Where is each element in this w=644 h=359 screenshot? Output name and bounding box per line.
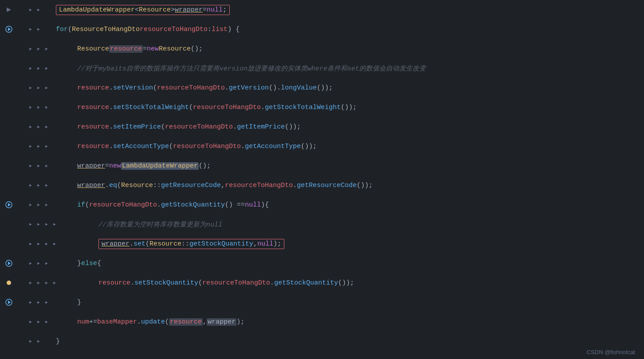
code-token-fn: getStockQuantity (189, 240, 253, 248)
code-line: ▶▶▶▶resource.setStockQuantity(resourceTo… (0, 273, 644, 293)
fold-arrow[interactable]: ▶ (27, 312, 35, 332)
fold-arrow[interactable]: ▶ (43, 137, 51, 156)
fold-arrow[interactable]: ▶ (35, 332, 43, 351)
empty-gutter-icon (4, 82, 14, 93)
code-line: ▶▶▶} (0, 293, 644, 312)
fold-arrow[interactable]: ▶ (43, 98, 51, 117)
fold-arrow[interactable]: ▶ (51, 273, 59, 293)
fold-arrow[interactable]: ▶ (35, 176, 43, 195)
code-token-var: resourceToHangDto (202, 279, 270, 287)
fold-arrow[interactable]: ▶ (35, 254, 43, 273)
fold-arrow[interactable]: ▶ (35, 215, 43, 234)
code-line: ▶▶▶resource.setAccountType(resourceToHan… (0, 137, 644, 156)
line-gutter (0, 156, 27, 176)
fold-arrow[interactable]: ▶ (43, 215, 51, 234)
code-token-var: resourceToHangDto (225, 182, 293, 189)
fold-arrow[interactable]: ▶ (51, 215, 59, 234)
code-token-plain: . (270, 279, 274, 287)
line-gutter (0, 273, 27, 293)
fold-arrow[interactable]: ▶ (35, 59, 43, 78)
fold-arrow[interactable]: ▶ (27, 59, 35, 78)
fold-arrow[interactable]: ▶ (43, 39, 51, 59)
code-token-plain: ()); (341, 104, 357, 111)
fold-arrow[interactable]: ▶ (27, 273, 35, 293)
fold-arrow[interactable]: ▶ (43, 254, 51, 273)
highlighted-header-box: LambdaUpdateWrapper<Resource> wrapper = … (56, 5, 230, 15)
fold-arrow[interactable]: ▶ (35, 117, 43, 137)
fold-arrow[interactable]: ▶ (35, 156, 43, 176)
code-token-plain: { (97, 260, 101, 267)
code-token-var: resourceToHangDto (165, 123, 233, 131)
fold-arrow[interactable]: ▶ (27, 39, 35, 59)
fold-arrow[interactable]: ▶ (43, 117, 51, 137)
code-token-fn: setItemPrice (113, 123, 161, 131)
fold-arrow[interactable]: ▶ (35, 39, 43, 59)
fold-arrow[interactable]: ▶ (27, 215, 35, 234)
line-arrows: ▶▶▶ (27, 293, 51, 312)
fold-arrow[interactable]: ▶ (35, 20, 43, 39)
fold-arrow[interactable]: ▶ (27, 137, 35, 156)
line-arrows: ▶▶▶ (27, 117, 51, 137)
fold-arrow[interactable]: ▶ (27, 254, 35, 273)
fold-arrow[interactable]: ▶ (35, 195, 43, 215)
fold-arrow[interactable]: ▶ (27, 332, 35, 351)
fold-arrow[interactable]: ▶ (27, 78, 35, 98)
code-token-fn: getVersion (229, 84, 269, 92)
fold-arrow[interactable]: ▶ (43, 59, 51, 78)
empty-gutter-icon (4, 63, 14, 74)
fold-arrow[interactable]: ▶ (43, 293, 51, 312)
fold-arrow[interactable]: ▶ (43, 78, 51, 98)
fold-arrow[interactable]: ▶ (27, 234, 35, 254)
code-token-fn: getResourceCode (161, 182, 221, 189)
fold-arrow[interactable]: ▶ (27, 293, 35, 312)
code-token-plain: :: (181, 240, 189, 248)
code-token-var: resourceToHangDto (140, 26, 208, 33)
line-arrows: ▶▶▶▶ (27, 234, 59, 254)
code-token-kw: new (109, 162, 121, 170)
empty-gutter-icon (4, 238, 14, 249)
fold-arrow[interactable]: ▶ (51, 234, 59, 254)
fold-arrow[interactable]: ▶ (27, 117, 35, 137)
fold-arrow[interactable]: ▶ (43, 195, 51, 215)
fold-arrow[interactable]: ▶ (43, 273, 51, 293)
fold-arrow[interactable]: ▶ (27, 195, 35, 215)
line-gutter (0, 78, 27, 98)
fold-arrow[interactable]: ▶ (43, 176, 51, 195)
fold-arrow[interactable]: ▶ (27, 20, 35, 39)
code-token-plain: . (137, 318, 141, 326)
fold-arrow[interactable]: ▶ (35, 234, 43, 254)
fold-arrow[interactable]: ▶ (35, 0, 43, 20)
empty-gutter-icon (4, 336, 14, 347)
svg-point-7 (7, 281, 11, 285)
line-gutter (0, 195, 27, 215)
code-token-highlight-wrapper: wrapper (207, 318, 236, 326)
code-token-plain: , (253, 240, 257, 248)
fold-arrow[interactable]: ▶ (35, 137, 43, 156)
code-line: ▶▶▶▶//库存数量为空时将库存数量更新为null (0, 215, 644, 234)
code-token-plain: } (56, 338, 60, 345)
code-token-plain: . (109, 104, 113, 111)
fold-arrow[interactable]: ▶ (27, 156, 35, 176)
fold-arrow[interactable]: ▶ (27, 0, 35, 20)
svg-marker-4 (8, 203, 11, 207)
code-token-plain: ( (161, 123, 165, 131)
fold-arrow[interactable]: ▶ (43, 234, 51, 254)
fold-arrow[interactable]: ▶ (43, 312, 51, 332)
line-gutter (0, 137, 27, 156)
fold-arrow[interactable]: ▶ (35, 98, 43, 117)
fold-arrow[interactable]: ▶ (35, 312, 43, 332)
fold-arrow[interactable]: ▶ (35, 273, 43, 293)
fold-arrow[interactable]: ▶ (35, 78, 43, 98)
line-content: resource.setAccountType(resourceToHangDt… (77, 140, 644, 152)
fold-arrow[interactable]: ▶ (27, 176, 35, 195)
fold-arrow[interactable]: ▶ (43, 156, 51, 176)
code-token-plain: = (203, 6, 207, 14)
code-token-plain: : (208, 26, 212, 33)
line-arrows: ▶▶▶ (27, 312, 51, 332)
code-token-plain: += (89, 318, 97, 326)
fold-arrow[interactable]: ▶ (27, 98, 35, 117)
code-token-plain: (). (269, 84, 281, 92)
code-token-kw: null (207, 6, 223, 14)
fold-arrow[interactable]: ▶ (35, 293, 43, 312)
code-token-underline-wrapper: wrapper (77, 162, 105, 170)
